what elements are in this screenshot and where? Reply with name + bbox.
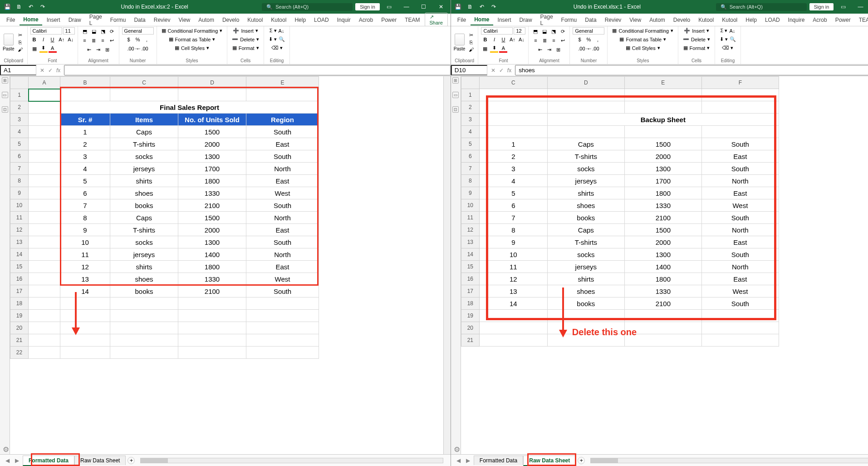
insert-cells-button[interactable]: ➕Insert ▾ bbox=[682, 27, 711, 34]
row-header[interactable]: 6 bbox=[461, 150, 479, 163]
ribbon-tab-power[interactable]: Power bbox=[832, 15, 854, 25]
cell[interactable]: 2000 bbox=[624, 150, 701, 163]
align-bottom-icon[interactable]: ⬔ bbox=[99, 27, 107, 35]
cell[interactable]: 1330 bbox=[624, 199, 701, 212]
row-header[interactable]: 4 bbox=[461, 126, 479, 138]
ribbon-tab-inquire[interactable]: Inquire bbox=[785, 15, 809, 25]
search-input[interactable]: 🔍 Search (Alt+Q) bbox=[262, 3, 353, 11]
cell[interactable]: 1400 bbox=[624, 261, 701, 273]
cell[interactable]: South bbox=[246, 199, 319, 212]
cell[interactable]: 2000 bbox=[178, 138, 246, 150]
increase-font-icon[interactable]: A↑ bbox=[58, 35, 66, 44]
ribbon-tab-acrob[interactable]: Acrob bbox=[355, 15, 377, 25]
close-icon[interactable]: ✕ bbox=[434, 2, 448, 11]
sheet-tab[interactable]: Raw Data Sheet bbox=[523, 456, 576, 466]
col-header[interactable]: D bbox=[547, 77, 624, 89]
insert-cells-button[interactable]: ➕Insert ▾ bbox=[231, 27, 260, 34]
cell[interactable]: North bbox=[246, 248, 319, 261]
row-header[interactable]: 13 bbox=[10, 236, 29, 248]
cell[interactable]: 1330 bbox=[178, 187, 246, 199]
conditional-formatting-button[interactable]: ▦Conditional Formatting ▾ bbox=[160, 27, 225, 34]
row-header[interactable]: 8 bbox=[461, 175, 479, 187]
sheet-tab[interactable]: Raw Data Sheet bbox=[74, 456, 126, 465]
cell[interactable]: jerseys bbox=[547, 261, 624, 273]
cell[interactable]: 5 bbox=[60, 175, 110, 187]
cell[interactable]: 1400 bbox=[178, 248, 246, 261]
cell[interactable]: 8 bbox=[479, 224, 547, 236]
cut-icon[interactable]: ✂ bbox=[467, 32, 475, 38]
cell[interactable]: shoes bbox=[547, 285, 624, 297]
cell[interactable]: 6 bbox=[479, 199, 547, 212]
conditional-formatting-button[interactable]: ▦Conditional Formatting ▾ bbox=[610, 27, 675, 34]
ribbon-tab-power[interactable]: Power bbox=[378, 15, 400, 25]
align-center-icon[interactable]: ≣ bbox=[540, 36, 549, 45]
row-header[interactable]: 7 bbox=[10, 163, 29, 175]
ribbon-tab-formu[interactable]: Formu bbox=[107, 15, 130, 25]
cell[interactable]: East bbox=[246, 261, 319, 273]
table-header[interactable]: Sr. # bbox=[60, 114, 110, 126]
cell[interactable]: 1700 bbox=[178, 163, 246, 175]
row-header[interactable]: 9 bbox=[10, 187, 29, 199]
cell[interactable]: books bbox=[547, 297, 624, 310]
comma-icon[interactable]: , bbox=[143, 35, 151, 44]
cell[interactable]: 2000 bbox=[178, 224, 246, 236]
cell[interactable]: books bbox=[110, 285, 178, 297]
redo-icon[interactable]: ↷ bbox=[38, 2, 47, 11]
cell[interactable]: T-shirts bbox=[547, 236, 624, 248]
row-header[interactable]: 17 bbox=[10, 285, 29, 297]
cell[interactable]: 13 bbox=[479, 285, 547, 297]
clear-button[interactable]: ⌫ ▾ bbox=[720, 45, 735, 51]
border-icon[interactable]: ▦ bbox=[30, 45, 39, 53]
ribbon-tab-reviev[interactable]: Reviev bbox=[150, 15, 174, 25]
save-icon[interactable]: 💾 bbox=[454, 2, 463, 11]
col-header[interactable]: F bbox=[701, 77, 779, 89]
ribbon-tab-develo[interactable]: Develo bbox=[670, 15, 694, 25]
font-size-select[interactable]: 11 bbox=[63, 27, 75, 35]
cell[interactable]: shoes bbox=[110, 273, 178, 285]
row-header[interactable]: 22 bbox=[10, 347, 29, 359]
fx-icon[interactable]: fx bbox=[56, 67, 60, 74]
cell[interactable]: 2100 bbox=[624, 297, 701, 310]
paste-button[interactable]: Paste bbox=[454, 34, 466, 51]
cell[interactable]: East bbox=[701, 273, 779, 285]
cell[interactable]: 11 bbox=[479, 261, 547, 273]
ribbon-options-icon[interactable]: ▭ bbox=[836, 2, 850, 11]
row-header[interactable]: 12 bbox=[461, 224, 479, 236]
cell[interactable]: 6 bbox=[60, 187, 110, 199]
wrap-text-icon[interactable]: ↩ bbox=[108, 36, 116, 45]
share-button[interactable]: ↗ Share bbox=[425, 13, 448, 27]
col-header[interactable]: D bbox=[178, 77, 246, 89]
row-header[interactable]: 4 bbox=[10, 126, 29, 138]
ribbon-tab-data[interactable]: Data bbox=[581, 15, 600, 25]
clear-button[interactable]: ⌫ ▾ bbox=[270, 45, 284, 51]
ribbon-tab-home[interactable]: Home bbox=[471, 15, 493, 25]
font-color-icon[interactable]: A bbox=[499, 45, 507, 53]
cell[interactable]: 4 bbox=[60, 163, 110, 175]
number-format-select[interactable]: General bbox=[122, 27, 154, 35]
cell[interactable]: South bbox=[701, 138, 779, 150]
copy-icon[interactable]: ⎘ bbox=[467, 39, 475, 45]
row-header[interactable]: 21 bbox=[461, 334, 479, 347]
formula-input[interactable] bbox=[515, 65, 868, 75]
border-icon[interactable]: ▦ bbox=[481, 45, 489, 53]
gear-icon[interactable]: ⚙ bbox=[3, 445, 10, 452]
ribbon-tab-acrob[interactable]: Acrob bbox=[809, 15, 830, 25]
ribbon-options-icon[interactable]: ▭ bbox=[383, 2, 396, 11]
cell[interactable]: 10 bbox=[60, 236, 110, 248]
cell[interactable]: 3 bbox=[60, 150, 110, 163]
cell[interactable]: 1500 bbox=[178, 126, 246, 138]
cell[interactable]: 14 bbox=[60, 285, 110, 297]
paste-button[interactable]: Paste bbox=[3, 34, 15, 51]
cell[interactable]: shirts bbox=[547, 187, 624, 199]
copy-icon[interactable]: ⎘ bbox=[16, 39, 25, 45]
cell[interactable]: East bbox=[246, 224, 319, 236]
decrease-indent-icon[interactable]: ⇤ bbox=[85, 45, 93, 54]
horizontal-scrollbar[interactable] bbox=[140, 458, 443, 463]
ribbon-tab-develo[interactable]: Develo bbox=[219, 15, 243, 25]
col-header[interactable]: C bbox=[479, 77, 547, 89]
cell[interactable]: Caps bbox=[547, 224, 624, 236]
cell[interactable]: West bbox=[701, 199, 779, 212]
cell[interactable]: T-shirts bbox=[110, 138, 178, 150]
align-left-icon[interactable]: ≡ bbox=[81, 36, 89, 45]
row-header[interactable]: 3 bbox=[461, 114, 479, 126]
